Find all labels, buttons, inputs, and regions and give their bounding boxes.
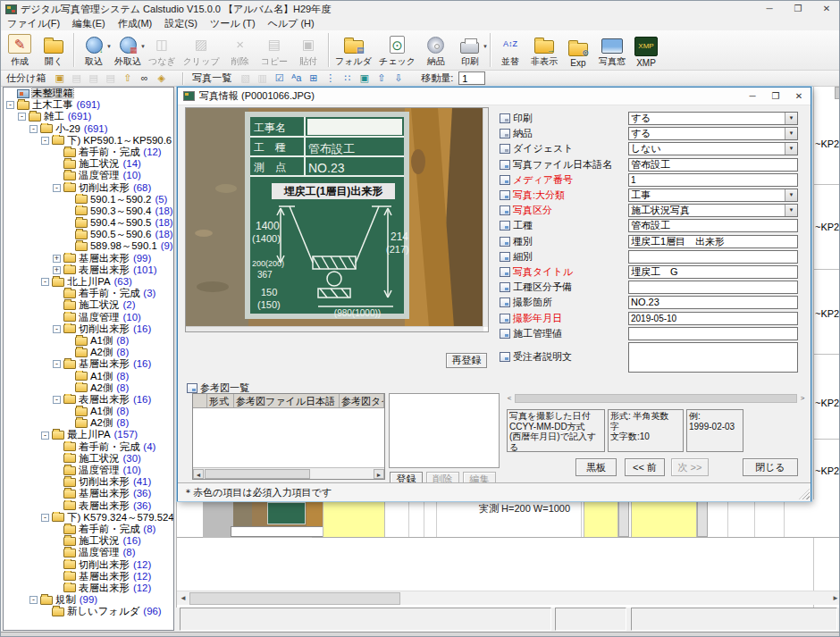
scroll-left-arrow[interactable]: < <box>505 393 514 404</box>
dropdown-arrow-icon[interactable]: ▼ <box>785 189 797 201</box>
tree-item[interactable]: -切削出来形(16) <box>4 323 173 335</box>
highlighted-cell[interactable] <box>323 499 385 537</box>
tree-item[interactable]: 590.5～590.6(18) <box>4 229 173 240</box>
scrollbar-thumb[interactable] <box>205 469 310 479</box>
tree-item[interactable]: 温度管理(8) <box>4 547 173 558</box>
tree-item[interactable]: A2側(8) <box>4 417 173 429</box>
previous-button[interactable]: << 前 <box>625 458 665 476</box>
tree-item[interactable]: -土木工事(691) <box>4 99 173 111</box>
delivery-button[interactable]: 納品 <box>419 31 453 69</box>
field-dropdown[interactable]: する▼ <box>628 112 798 125</box>
dropdown-arrow-icon[interactable]: ▼ <box>785 143 797 155</box>
scroll-right-arrow[interactable]: ► <box>374 469 384 479</box>
tree-item[interactable]: -北上川PA(63) <box>4 276 173 288</box>
tree-item[interactable]: 590.3～590.4(18) <box>4 205 173 217</box>
folder-button[interactable]: ▤フォルダ <box>332 31 375 69</box>
field-input[interactable] <box>628 342 798 373</box>
scrollbar-thumb[interactable] <box>515 394 797 403</box>
hide-button[interactable]: →非表示 <box>527 31 561 69</box>
sort-button[interactable]: A↕Z並替 <box>493 31 527 69</box>
menu-settings[interactable]: 設定(S) <box>158 17 204 30</box>
dropdown-arrow-icon[interactable]: ▼ <box>785 128 797 139</box>
tree-item[interactable]: A1側(8) <box>4 371 173 382</box>
window-minimize-button[interactable]: ─ <box>755 1 784 17</box>
dialog-close-button[interactable]: ✕ <box>787 88 811 105</box>
photolist-monitor-icon[interactable]: ▣ <box>357 71 372 85</box>
scroll-right-arrow[interactable]: ► <box>829 592 840 605</box>
collapse-icon[interactable]: - <box>29 596 38 604</box>
tree-item[interactable]: 切削出来形(12) <box>4 559 173 571</box>
tree-item[interactable]: -切削出来形(68) <box>4 182 173 194</box>
field-dropdown[interactable]: する▼ <box>628 127 798 140</box>
collapse-icon[interactable]: - <box>53 184 61 192</box>
photolist-double-column-icon[interactable]: ∷ <box>340 71 355 85</box>
field-input[interactable] <box>628 250 798 264</box>
field-help-scrollbar[interactable]: < > <box>505 393 807 404</box>
dropdown-arrow-icon[interactable]: ▼ <box>785 205 797 216</box>
photo-list-row[interactable]: 実測 H=200 W=1000 <box>177 499 840 538</box>
menu-tools[interactable]: ツール (T) <box>204 17 262 30</box>
field-input[interactable]: 管布設工 <box>628 219 798 232</box>
tree-item[interactable]: -下) KP590.1～KP590.6(304) <box>4 135 173 147</box>
window-maximize-button[interactable]: ❐ <box>784 1 812 17</box>
photo-preview[interactable]: 工事名 工 種 管布設工 測 点 NO.23 埋戻工(1層目)出来形 <box>185 107 489 332</box>
tree-item[interactable]: 着手前・完成(8) <box>4 524 173 535</box>
reference-table[interactable]: 形式参考図ファイル日本語参考図タイトル ◄ ► <box>192 393 385 480</box>
import-button[interactable]: ↓取込▼ <box>77 31 111 69</box>
menu-edit[interactable]: 編集(E) <box>66 17 112 30</box>
collapse-icon[interactable]: - <box>41 514 49 522</box>
collapse-icon[interactable]: - <box>53 360 61 368</box>
tree-item[interactable]: -表層出来形(16) <box>4 394 173 406</box>
tree-item[interactable]: 着手前・完成(4) <box>4 441 173 453</box>
tree-item[interactable]: 温度管理(10) <box>4 170 173 181</box>
highlighted-cell[interactable] <box>584 499 618 537</box>
photolist-checkbox-icon[interactable]: ☑ <box>272 71 287 85</box>
check-button[interactable]: ⊙チェック <box>375 31 419 69</box>
tree-item[interactable]: +基層出来形(99) <box>4 253 173 264</box>
expand-icon[interactable]: + <box>53 266 61 274</box>
menu-file[interactable]: ファイル(F) <box>1 17 66 30</box>
scroll-left-arrow[interactable]: ◄ <box>193 469 204 479</box>
tree-item[interactable]: 施工状況(30) <box>4 453 173 465</box>
tree-item[interactable]: 着手前・完成(3) <box>4 288 173 299</box>
field-input[interactable]: 1 <box>628 173 798 187</box>
tree-item[interactable]: 温度管理(10) <box>4 465 173 476</box>
reregister-button[interactable]: 再登録 <box>446 353 487 368</box>
tree-item[interactable]: 表層出来形(12) <box>4 583 173 594</box>
photolist-sort-az-icon[interactable]: ᴬa <box>289 71 304 85</box>
sortbox-search-folder-icon[interactable]: ◈ <box>154 71 169 85</box>
photolist-table-icon[interactable]: ⊞ <box>306 71 321 85</box>
field-input[interactable]: 埋戻工 G <box>628 265 798 279</box>
field-dropdown[interactable]: 工事▼ <box>628 189 798 202</box>
collapse-icon[interactable]: - <box>29 125 38 133</box>
print-dropdown-arrow[interactable]: ▼ <box>483 44 488 49</box>
dropdown-arrow-icon[interactable]: ▼ <box>785 113 797 124</box>
tree-item[interactable]: 590.4～590.5(18) <box>4 217 173 229</box>
field-input[interactable] <box>628 327 798 340</box>
collapsed-column[interactable] <box>618 499 629 537</box>
collapse-icon[interactable]: - <box>53 396 61 404</box>
collapse-icon[interactable]: - <box>18 113 26 121</box>
field-input[interactable]: 管布設工 <box>628 158 798 172</box>
photolist-move-down-icon[interactable]: ⇩ <box>391 71 406 85</box>
tree-item[interactable]: 着手前・完成(12) <box>4 147 173 158</box>
dialog-minimize-button[interactable]: ─ <box>741 88 764 105</box>
move-amount-input[interactable] <box>458 71 485 85</box>
photo-list-horizontal-scrollbar[interactable]: ◄ ► <box>177 591 840 605</box>
tree-item[interactable]: -雑工(691) <box>4 111 173 122</box>
open-button[interactable]: 開く <box>37 31 71 69</box>
field-input[interactable]: 埋戻工1層目 出来形 <box>628 235 798 248</box>
window-titlebar[interactable]: デジタル写真管理システム Calstudio V15.0.0 【アルバム名】H2… <box>1 1 840 17</box>
tree-item[interactable]: 施工状況(14) <box>4 158 173 170</box>
tree-item[interactable]: -規制(99) <box>4 594 173 606</box>
scroll-right-arrow[interactable]: > <box>798 393 807 404</box>
tree-item[interactable]: 未整理箱 <box>4 88 173 99</box>
dialog-maximize-button[interactable]: ❐ <box>764 88 787 105</box>
tree-item[interactable]: 589.98～590.1(9) <box>4 240 173 252</box>
dialog-titlebar[interactable]: 写真情報 (P0001066.JPG) ─ ❐ ✕ <box>178 88 811 105</box>
collapse-icon[interactable]: - <box>41 278 49 286</box>
reference-table-scrollbar[interactable]: ◄ ► <box>193 467 384 479</box>
tree-item[interactable]: -下) K579.324～579.524(68) <box>4 512 173 524</box>
tree-item[interactable]: 基層出来形(12) <box>4 571 173 583</box>
tree-item[interactable]: 切削出来形(41) <box>4 476 173 488</box>
